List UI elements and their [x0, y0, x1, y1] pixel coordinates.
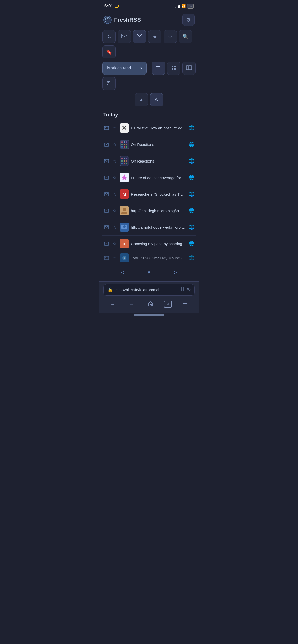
- feed-favicon: [120, 140, 129, 149]
- feed-item[interactable]: ☆ Future of cancer coverage for wome... …: [102, 169, 196, 186]
- star-icon[interactable]: ☆: [112, 224, 118, 230]
- up-button[interactable]: ∧: [144, 268, 154, 278]
- tab-count-button[interactable]: 4: [164, 301, 172, 308]
- svg-rect-58: [179, 287, 181, 291]
- feed-item[interactable]: ☆ TD Choosing my pace by shaping my thi.…: [102, 236, 196, 252]
- refresh-button[interactable]: ↻: [150, 93, 163, 106]
- grid-icon: [171, 65, 176, 71]
- mark-as-read-dropdown[interactable]: ▾: [136, 62, 147, 75]
- reader-view-button[interactable]: [182, 62, 196, 75]
- hamburger-icon: [182, 301, 188, 307]
- unread-icon[interactable]: [103, 125, 110, 131]
- feed-title: http://arnoldhoogerwerf.micro.blog/...: [131, 225, 186, 229]
- svg-point-24: [126, 144, 127, 145]
- url-bar: 🔒 rss.32bit.cafe/i/?a=normal... ↻: [103, 284, 195, 296]
- svg-rect-59: [182, 287, 184, 291]
- globe-icon[interactable]: 🌐: [188, 125, 195, 131]
- bookmark-button[interactable]: 🔖: [102, 45, 116, 58]
- home-indicator: [99, 313, 199, 318]
- favorite-filled-button[interactable]: ★: [148, 30, 161, 43]
- svg-point-36: [121, 163, 123, 164]
- star-icon[interactable]: ☆: [112, 208, 118, 214]
- star-icon[interactable]: ☆: [112, 174, 118, 181]
- back-button[interactable]: ←: [107, 300, 118, 309]
- rss-view-button[interactable]: [102, 77, 116, 90]
- star-icon[interactable]: ☆: [112, 241, 118, 247]
- globe-icon[interactable]: 🌐: [188, 141, 195, 148]
- open-envelope-icon: [121, 34, 127, 40]
- search-button[interactable]: 🔍: [179, 30, 192, 43]
- chevron-left-icon: <: [121, 269, 124, 276]
- menu-button[interactable]: [180, 300, 191, 309]
- globe-icon[interactable]: 🌐: [188, 224, 195, 230]
- svg-point-22: [121, 144, 123, 145]
- reader-mode-button[interactable]: [179, 287, 184, 293]
- feed-title: On Reactions: [131, 159, 186, 163]
- feed-title: Researchers "Shocked" as Trump Yan...: [131, 192, 186, 196]
- feed-item[interactable]: ☆ Pluralistic: How an obscure advisory .…: [102, 120, 196, 136]
- globe-icon[interactable]: 🌐: [188, 191, 195, 197]
- home-button[interactable]: [145, 300, 156, 309]
- section-label: Today: [99, 108, 199, 120]
- grid-view-button[interactable]: [167, 62, 180, 75]
- feed-item[interactable]: ☆ http://arnoldhoogerwerf.micro.blog/...…: [102, 219, 196, 236]
- unread-icon[interactable]: [103, 158, 110, 164]
- globe-icon[interactable]: 🌐: [188, 174, 195, 181]
- chevron-up-icon: ∧: [147, 269, 151, 276]
- favorite-empty-button[interactable]: ☆: [164, 30, 177, 43]
- star-empty-icon: ☆: [168, 34, 172, 40]
- scroll-top-button[interactable]: ▲: [135, 93, 148, 106]
- unread-icon[interactable]: [103, 141, 110, 148]
- folder-button[interactable]: 🗂: [102, 30, 116, 43]
- feed-item[interactable]: ☆ http://mbkriegh.micro.blog/2025/02... …: [102, 202, 196, 219]
- star-icon[interactable]: ☆: [112, 191, 118, 197]
- star-icon[interactable]: ☆: [112, 255, 118, 261]
- signal-bar-3: [178, 5, 179, 8]
- unread-icon[interactable]: [103, 174, 110, 181]
- feed-item[interactable]: ☆ M Researchers "Shocked" as Trump Yan..…: [102, 186, 196, 202]
- nav-row: ← → 4: [103, 299, 195, 311]
- prev-page-button[interactable]: <: [118, 268, 128, 278]
- feed-item[interactable]: ☆ On Reactions 🌐: [102, 153, 196, 169]
- forward-button[interactable]: →: [126, 300, 137, 309]
- unread-icon[interactable]: [103, 255, 110, 261]
- browser-bar: 🔒 rss.32bit.cafe/i/?a=normal... ↻ ← → 4: [99, 281, 199, 313]
- globe-icon[interactable]: 🌐: [188, 255, 195, 261]
- star-icon[interactable]: ☆: [112, 158, 118, 164]
- svg-rect-8: [174, 68, 176, 70]
- list-view-button[interactable]: [152, 62, 165, 75]
- gear-icon: ⚙: [186, 17, 191, 23]
- svg-text:TD: TD: [122, 242, 126, 246]
- svg-point-33: [121, 160, 123, 162]
- svg-point-23: [124, 144, 125, 145]
- star-icon[interactable]: ☆: [112, 125, 118, 131]
- feed-item[interactable]: ☆ 🎙 TWiT 1020: Small My Mouse - Bigge...…: [102, 252, 196, 264]
- unread-button[interactable]: [133, 30, 146, 43]
- feed-favicon: [120, 223, 129, 232]
- list-icon: [156, 65, 161, 71]
- read-button[interactable]: [118, 30, 131, 43]
- app-logo: FreshRSS: [103, 16, 141, 24]
- freshrss-logo-icon: [103, 16, 112, 24]
- unread-icon[interactable]: [103, 241, 110, 247]
- rss-icon: [106, 80, 112, 87]
- globe-icon[interactable]: 🌐: [188, 208, 195, 214]
- reload-button[interactable]: ↻: [187, 287, 191, 293]
- globe-icon[interactable]: 🌐: [188, 158, 195, 164]
- feed-favicon: [120, 156, 129, 166]
- star-icon[interactable]: ☆: [112, 141, 118, 148]
- settings-button[interactable]: ⚙: [182, 14, 195, 26]
- globe-icon[interactable]: 🌐: [188, 241, 195, 247]
- mark-as-read-button[interactable]: Mark as read: [102, 62, 136, 75]
- feed-item[interactable]: ☆ On Reactions 🌐: [102, 136, 196, 153]
- arrow-up-icon: ▲: [139, 97, 144, 103]
- svg-point-38: [126, 163, 127, 164]
- unread-icon[interactable]: [103, 208, 110, 214]
- next-page-button[interactable]: >: [170, 268, 180, 278]
- svg-point-27: [126, 146, 127, 148]
- unread-icon[interactable]: [103, 224, 110, 230]
- bookmark-icon: 🔖: [106, 49, 112, 55]
- url-actions: ↻: [179, 287, 191, 293]
- unread-icon[interactable]: [103, 191, 110, 197]
- svg-point-35: [126, 160, 127, 162]
